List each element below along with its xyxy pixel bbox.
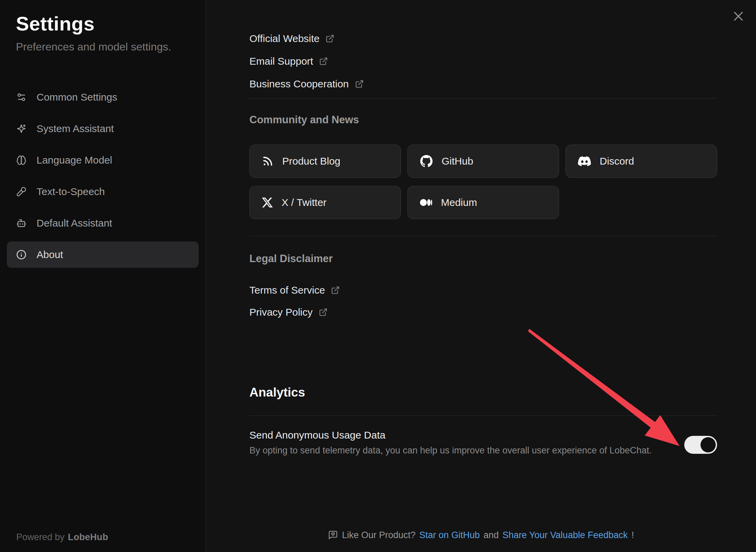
- usage-data-description: By opting to send telemetry data, you ca…: [249, 444, 684, 457]
- settings-nav: Common Settings System Assistant Languag…: [7, 84, 199, 268]
- x-twitter-icon: [262, 197, 273, 208]
- legal-links: Terms of Service Privacy Policy: [249, 283, 717, 320]
- sidebar-item-label: Default Assistant: [37, 217, 112, 229]
- terms-of-service-link[interactable]: Terms of Service: [249, 283, 717, 298]
- footer-text: !: [631, 529, 634, 541]
- feedback-footer: Like Our Product? Star on GitHub and Sha…: [206, 529, 756, 541]
- analytics-setting-row: Send Anonymous Usage Data By opting to s…: [249, 428, 717, 457]
- powered-by: Powered by LobeHub: [16, 532, 108, 543]
- sidebar-item-label: Text-to-Speech: [37, 186, 105, 197]
- business-cooperation-link[interactable]: Business Cooperation: [249, 77, 717, 91]
- community-title: Community and News: [249, 112, 717, 127]
- external-link-icon: [319, 57, 328, 66]
- page-subtitle: Preferences and model settings.: [16, 39, 190, 54]
- button-label: Discord: [600, 155, 634, 167]
- link-label: Email Support: [249, 56, 313, 67]
- product-blog-button[interactable]: Product Blog: [249, 145, 401, 178]
- contact-links: Official Website Email Support Business …: [249, 31, 717, 91]
- sidebar-item-label: Common Settings: [37, 91, 117, 103]
- rss-icon: [262, 155, 273, 167]
- github-icon: [420, 155, 433, 168]
- info-icon: [16, 250, 26, 260]
- sliders-icon: [16, 92, 26, 102]
- analytics-title: Analytics: [249, 384, 717, 401]
- sidebar-item-label: Language Model: [37, 154, 112, 166]
- discord-button[interactable]: Discord: [565, 145, 717, 178]
- link-label: Business Cooperation: [249, 78, 349, 90]
- toggle-knob: [701, 437, 716, 452]
- link-label: Official Website: [249, 33, 319, 44]
- lobehub-brand[interactable]: LobeHub: [68, 532, 108, 543]
- share-feedback-link[interactable]: Share Your Valuable Feedback: [503, 529, 628, 541]
- legal-title: Legal Disclaimer: [249, 251, 717, 266]
- sidebar-item-system-assistant[interactable]: System Assistant: [7, 115, 199, 142]
- analytics-setting-text: Send Anonymous Usage Data By opting to s…: [249, 428, 684, 457]
- sidebar-item-language-model[interactable]: Language Model: [7, 147, 199, 173]
- section-divider: [249, 416, 717, 416]
- contact-us-title: Contact Us: [249, 0, 717, 3]
- message-heart-icon: [328, 530, 338, 540]
- button-label: GitHub: [442, 155, 473, 167]
- external-link-icon: [319, 308, 328, 317]
- mic-icon: [16, 187, 26, 197]
- sidebar-item-about[interactable]: About: [7, 241, 199, 268]
- button-label: Product Blog: [282, 155, 340, 167]
- settings-sidebar: Settings Preferences and model settings.…: [0, 0, 206, 552]
- sidebar-item-label: About: [37, 249, 63, 260]
- about-panel: Contact Us Official Website Email Suppor…: [206, 0, 756, 552]
- github-button[interactable]: GitHub: [407, 145, 559, 178]
- privacy-policy-link[interactable]: Privacy Policy: [249, 305, 717, 320]
- x-twitter-button[interactable]: X / Twitter: [249, 186, 401, 219]
- medium-button[interactable]: Medium: [407, 186, 559, 219]
- bot-icon: [16, 218, 26, 228]
- powered-by-text: Powered by: [16, 532, 65, 543]
- section-divider: [249, 98, 717, 99]
- section-divider: [249, 236, 717, 236]
- page-title: Settings: [16, 12, 190, 36]
- medium-icon: [420, 196, 432, 209]
- brain-icon: [16, 155, 26, 165]
- settings-page: { "sidebar": { "title": "Settings", "sub…: [0, 0, 756, 552]
- sidebar-item-common-settings[interactable]: Common Settings: [7, 84, 199, 110]
- sparkles-icon: [16, 124, 26, 134]
- link-label: Privacy Policy: [249, 306, 313, 318]
- button-label: Medium: [441, 197, 477, 208]
- discord-icon: [578, 155, 591, 168]
- star-on-github-link[interactable]: Star on GitHub: [419, 529, 480, 541]
- usage-data-label: Send Anonymous Usage Data: [249, 428, 684, 442]
- button-label: X / Twitter: [282, 197, 327, 208]
- external-link-icon: [326, 34, 334, 43]
- email-support-link[interactable]: Email Support: [249, 54, 717, 69]
- link-label: Terms of Service: [249, 284, 325, 296]
- external-link-icon: [355, 80, 364, 88]
- external-link-icon: [331, 286, 340, 295]
- community-buttons: Product Blog GitHub Discord X / Twitter …: [249, 145, 717, 219]
- usage-data-toggle[interactable]: [684, 436, 717, 454]
- sidebar-item-text-to-speech[interactable]: Text-to-Speech: [7, 178, 199, 205]
- footer-text: Like Our Product?: [342, 529, 416, 541]
- close-icon: [733, 10, 744, 22]
- close-button[interactable]: [729, 7, 748, 26]
- sidebar-item-default-assistant[interactable]: Default Assistant: [7, 210, 199, 236]
- sidebar-item-label: System Assistant: [37, 123, 114, 134]
- footer-text: and: [484, 529, 499, 541]
- official-website-link[interactable]: Official Website: [249, 31, 717, 46]
